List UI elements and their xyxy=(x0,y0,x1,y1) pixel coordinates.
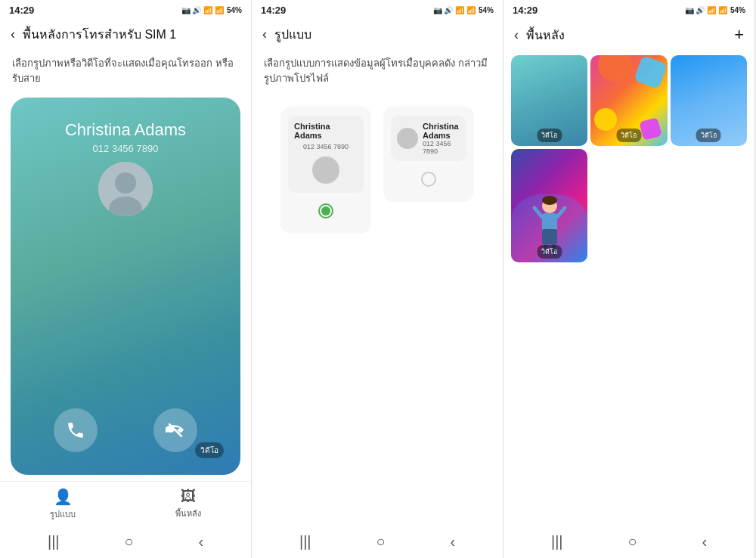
video-badge-blue: วิดีโอ xyxy=(696,129,721,142)
mini-avatar-1 xyxy=(312,157,339,184)
mini-name-2: Christina Adams xyxy=(423,122,460,140)
panel-call-background: 14:29 📷 🔊 📶 📶 54% ‹ พื้นหลังการโทรสำหรับ… xyxy=(0,0,252,558)
accept-button[interactable] xyxy=(54,408,98,452)
svg-line-9 xyxy=(557,208,565,217)
panel-format: 14:29 📷 🔊 📶 📶 54% ‹ รูปแบบ เลือกรูปแบบกา… xyxy=(252,0,503,558)
status-icons-2: 📷 🔊 📶 📶 54% xyxy=(433,6,494,14)
bg-thumb-bitmoji[interactable]: วิดีโอ xyxy=(511,149,587,262)
format-options: Christina Adams 012 3456 7890 Christina … xyxy=(252,91,503,525)
video-badge-bitmoji: วิดีโอ xyxy=(537,245,562,259)
svg-line-8 xyxy=(534,208,542,217)
menu-btn-3[interactable]: ||| xyxy=(551,533,563,550)
svg-point-1 xyxy=(115,172,136,194)
home-btn-2[interactable]: ○ xyxy=(376,533,385,550)
video-badge-shapes: วิดีโอ xyxy=(616,129,641,142)
video-badge-teal: วิดีโอ xyxy=(537,129,562,142)
call-preview: Christina Adams 012 3456 7890 xyxy=(11,98,240,475)
page-desc-1: เลือกรูปภาพหรือวิดีโอที่จะแสดงเมื่อคุณโท… xyxy=(0,48,251,91)
mini-avatar-2 xyxy=(397,128,418,149)
status-bar-3: 14:29 📷 🔊 📶 📶 54% xyxy=(503,0,754,19)
status-bar-1: 14:29 📷 🔊 📶 📶 54% xyxy=(0,0,251,19)
nav-bar-1: ‹ พื้นหลังการโทรสำหรับ SIM 1 xyxy=(0,19,251,48)
background-grid: วิดีโอ วิดีโอ วิดีโอ xyxy=(503,49,754,268)
call-info: Christina Adams 012 3456 7890 xyxy=(65,120,186,216)
nav-bottom-2: ||| ○ ‹ xyxy=(252,525,503,558)
plus-button[interactable]: + xyxy=(734,25,744,45)
nav-bar-2: ‹ รูปแบบ xyxy=(252,19,503,48)
tab-format[interactable]: 👤 รูปแบบ xyxy=(0,482,125,525)
tab-background[interactable]: 🖼 พื้นหลัง xyxy=(125,482,251,525)
tab-format-label: รูปแบบ xyxy=(50,507,76,521)
nav-bar-3: ‹ พื้นหลัง + xyxy=(503,19,754,49)
format-card-1[interactable]: Christina Adams 012 3456 7890 xyxy=(280,107,371,234)
nav-bottom-3: ||| ○ ‹ xyxy=(503,525,754,558)
svg-point-5 xyxy=(542,196,557,205)
radio-2[interactable] xyxy=(421,172,436,187)
video-badge-1: วิดีโอ xyxy=(195,442,224,458)
caller-number: 012 3456 7890 xyxy=(93,143,159,154)
home-btn-3[interactable]: ○ xyxy=(627,533,637,550)
time-3: 14:29 xyxy=(513,5,538,16)
background-icon: 🖼 xyxy=(181,488,196,505)
svg-rect-7 xyxy=(542,229,557,244)
page-title-1: พื้นหลังการโทรสำหรับ SIM 1 xyxy=(23,25,240,44)
menu-btn-1[interactable]: ||| xyxy=(48,533,60,550)
page-title-3: พื้นหลัง xyxy=(526,26,734,45)
format-icon: 👤 xyxy=(54,488,73,506)
bg-thumb-shapes[interactable]: วิดีโอ xyxy=(590,55,667,146)
time-1: 14:29 xyxy=(9,5,34,16)
panel-background-gallery: 14:29 📷 🔊 📶 📶 54% ‹ พื้นหลัง + วิดีโอ วิ… xyxy=(503,0,755,558)
bg-thumb-blue[interactable]: วิดีโอ xyxy=(671,55,747,146)
radio-1[interactable] xyxy=(318,203,333,219)
status-icons-3: 📷 🔊 📶 📶 54% xyxy=(685,6,745,14)
time-2: 14:29 xyxy=(261,5,286,16)
format-card-2[interactable]: Christina Adams 012 3456 7890 xyxy=(383,107,474,202)
mini-name-1: Christina Adams xyxy=(294,122,358,140)
back-button-2[interactable]: ‹ xyxy=(262,26,267,42)
tab-background-label: พื้นหลัง xyxy=(175,507,201,520)
bottom-tabs-1: 👤 รูปแบบ 🖼 พื้นหลัง xyxy=(0,481,251,525)
caller-avatar xyxy=(98,162,153,216)
page-desc-2: เลือกรูปแบบการแสดงข้อมูลผู้โทรเมื่อบุคคล… xyxy=(252,48,503,91)
back-btn-3[interactable]: ‹ xyxy=(702,533,707,550)
status-bar-2: 14:29 📷 🔊 📶 📶 54% xyxy=(252,0,503,19)
back-button-3[interactable]: ‹ xyxy=(514,27,519,43)
home-btn-1[interactable]: ○ xyxy=(124,533,133,550)
mini-number-1: 012 3456 7890 xyxy=(303,143,349,150)
caller-name: Christina Adams xyxy=(65,120,186,140)
decline-button[interactable] xyxy=(153,408,197,452)
menu-btn-2[interactable]: ||| xyxy=(299,533,311,550)
back-button-1[interactable]: ‹ xyxy=(11,26,15,42)
status-icons-1: 📷 🔊 📶 📶 54% xyxy=(181,6,242,14)
back-btn-1[interactable]: ‹ xyxy=(198,533,203,550)
nav-bottom-1: ||| ○ ‹ xyxy=(0,525,251,558)
back-btn-2[interactable]: ‹ xyxy=(450,533,455,550)
mini-number-2: 012 3456 7890 xyxy=(423,140,460,155)
page-title-2: รูปแบบ xyxy=(274,25,492,44)
bg-thumb-teal[interactable]: วิดีโอ xyxy=(511,55,587,146)
